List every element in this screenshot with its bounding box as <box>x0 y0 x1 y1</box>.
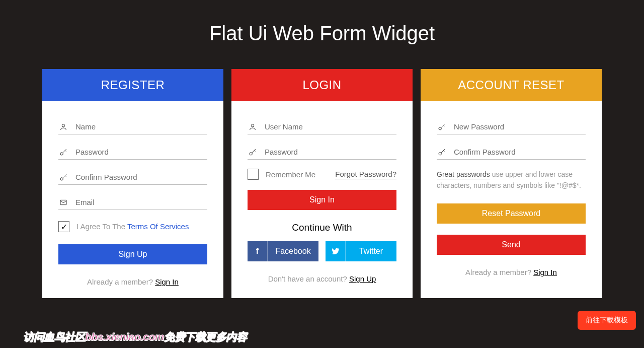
agree-row: I Agree To The Terms Of Services <box>58 221 207 232</box>
cards-row: REGISTER <box>0 45 644 298</box>
terms-link[interactable]: Terms Of Services <box>127 222 189 231</box>
sign-in-button[interactable]: Sign In <box>248 190 396 210</box>
facebook-button[interactable]: f Facebook <box>248 241 318 261</box>
svg-point-2 <box>60 177 63 180</box>
password-hint: Great passwords use upper and lower case… <box>437 169 586 191</box>
agree-text: I Agree To The Terms Of Services <box>76 222 189 231</box>
sign-up-button[interactable]: Sign Up <box>58 244 207 264</box>
twitter-icon <box>326 241 346 261</box>
register-card: REGISTER <box>42 69 223 298</box>
login-foot-prefix: Don't have an account? <box>268 274 349 283</box>
facebook-icon: f <box>248 241 268 261</box>
hint-lead: Great passwords <box>437 170 490 179</box>
svg-point-7 <box>439 152 441 155</box>
confirm-password-input[interactable] <box>75 173 207 181</box>
confirm-new-password-field-row <box>437 142 586 160</box>
forgot-password-link[interactable]: Forgot Password? <box>335 170 396 179</box>
login-card: LOGIN Remember Me Forgot Password? <box>231 69 413 298</box>
email-field-row <box>58 192 207 210</box>
login-body: Remember Me Forgot Password? Sign In Con… <box>231 101 413 295</box>
facebook-label: Facebook <box>268 247 318 256</box>
password-input[interactable] <box>75 148 207 156</box>
svg-point-5 <box>250 152 252 155</box>
email-input[interactable] <box>75 198 207 206</box>
reset-foot: Already a member? Sign In <box>437 268 586 276</box>
confirm-password-field-row <box>58 167 207 185</box>
remember-checkbox[interactable] <box>248 169 259 180</box>
agree-prefix: I Agree To The <box>76 222 127 231</box>
agree-checkbox[interactable] <box>58 221 69 232</box>
mail-icon <box>58 198 68 206</box>
key-icon <box>437 148 447 156</box>
svg-point-1 <box>60 152 63 155</box>
new-password-input[interactable] <box>454 122 586 131</box>
confirm-new-password-input[interactable] <box>454 148 586 156</box>
svg-point-4 <box>251 124 254 126</box>
page-title: Flat Ui Web Form Widget <box>0 0 644 45</box>
name-field-row <box>58 116 207 134</box>
reset-body: Great passwords use upper and lower case… <box>421 101 602 289</box>
username-input[interactable] <box>265 122 396 131</box>
user-icon <box>248 123 258 131</box>
register-body: I Agree To The Terms Of Services Sign Up… <box>42 101 223 298</box>
send-button[interactable]: Send <box>437 235 586 255</box>
user-icon <box>58 123 68 131</box>
key-icon <box>58 148 68 156</box>
reset-header: ACCOUNT RESET <box>421 69 602 101</box>
remember-me: Remember Me <box>248 169 315 180</box>
social-row: f Facebook Twitter <box>248 241 396 261</box>
watermark-text: 访问血鸟社区bbs.xieniao.com免费下载更多内容 <box>23 330 247 344</box>
reset-card: ACCOUNT RESET Great passwords use upper … <box>421 69 602 298</box>
register-header: REGISTER <box>42 69 223 101</box>
new-password-field-row <box>437 116 586 134</box>
reset-foot-prefix: Already a member? <box>465 268 533 276</box>
twitter-button[interactable]: Twitter <box>326 241 396 261</box>
twitter-label: Twitter <box>346 247 396 256</box>
sign-in-link[interactable]: Sign In <box>155 277 179 286</box>
login-options-row: Remember Me Forgot Password? <box>248 169 396 180</box>
login-header: LOGIN <box>231 69 413 101</box>
download-template-button[interactable]: 前往下载模板 <box>578 311 636 330</box>
remember-label: Remember Me <box>266 170 315 179</box>
svg-rect-3 <box>60 200 66 204</box>
sign-up-link[interactable]: Sign Up <box>349 274 376 283</box>
register-foot: Already a member? Sign In <box>58 277 207 286</box>
username-field-row <box>248 116 396 134</box>
name-input[interactable] <box>75 122 207 131</box>
reset-password-button[interactable]: Reset Password <box>437 203 586 224</box>
key-icon <box>58 173 68 181</box>
login-password-input[interactable] <box>265 148 396 156</box>
continue-with-label: Continue With <box>248 222 396 233</box>
login-password-field-row <box>248 142 396 160</box>
svg-point-0 <box>62 124 64 126</box>
register-foot-prefix: Already a member? <box>87 277 155 286</box>
key-icon <box>437 123 447 131</box>
reset-sign-in-link[interactable]: Sign In <box>533 268 557 276</box>
password-field-row <box>58 142 207 160</box>
login-foot: Don't have an account? Sign Up <box>248 274 396 283</box>
key-icon <box>248 148 258 156</box>
svg-point-6 <box>439 127 441 129</box>
